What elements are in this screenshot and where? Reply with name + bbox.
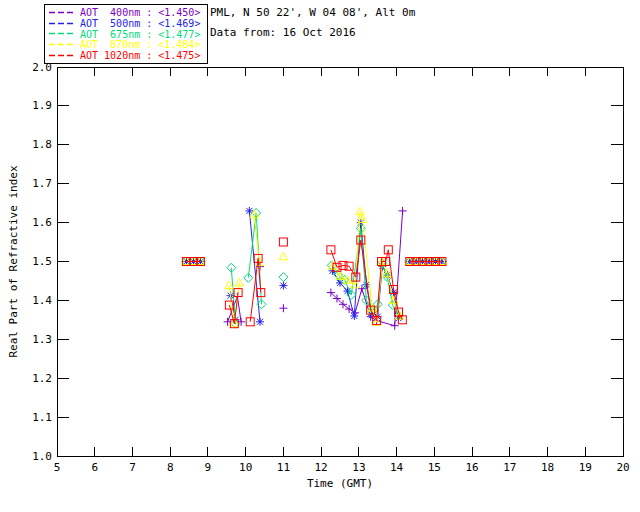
y-tick-label: 1.0 — [32, 450, 52, 463]
series-aot-400nm — [182, 207, 446, 330]
series-aot-870nm — [182, 207, 446, 327]
y-axis-title: Real Part of Refractive index — [7, 165, 20, 357]
y-tick-label: 1.6 — [32, 216, 52, 229]
y-tick-label: 1.7 — [32, 177, 52, 190]
y-tick-label: 1.4 — [32, 294, 52, 307]
x-tick-label: 19 — [579, 461, 592, 474]
series-aot-500nm — [182, 207, 446, 326]
y-tick-label: 1.5 — [32, 255, 52, 268]
series-aot-1020nm — [182, 236, 446, 328]
series-aot-675nm — [182, 208, 447, 328]
y-tick-label: 1.2 — [32, 372, 52, 385]
x-tick-label: 9 — [205, 461, 212, 474]
x-tick-label: 7 — [129, 461, 136, 474]
x-tick-label: 13 — [352, 461, 365, 474]
x-tick-label: 14 — [390, 461, 404, 474]
x-axis-title: Time (GMT) — [307, 477, 373, 490]
x-tick-label: 12 — [314, 461, 327, 474]
refractive-index-chart: 5678910111213141516171819201.01.11.21.31… — [0, 0, 640, 512]
y-tick-label: 1.9 — [32, 99, 52, 112]
y-tick-label: 1.8 — [32, 138, 52, 151]
x-tick-label: 15 — [428, 461, 441, 474]
y-tick-label: 2.0 — [32, 61, 52, 74]
y-tick-label: 1.1 — [32, 411, 52, 424]
x-tick-label: 18 — [541, 461, 554, 474]
y-tick-label: 1.3 — [32, 333, 52, 346]
x-tick-label: 20 — [616, 461, 629, 474]
x-tick-label: 10 — [239, 461, 252, 474]
x-tick-label: 5 — [54, 461, 61, 474]
x-tick-label: 16 — [465, 461, 478, 474]
x-tick-label: 6 — [91, 461, 98, 474]
refractive-index-plot-page: AOT 400nm : <1.450>AOT 500nm : <1.469>AO… — [0, 0, 640, 512]
x-tick-label: 8 — [167, 461, 174, 474]
x-tick-label: 17 — [503, 461, 516, 474]
x-tick-label: 11 — [277, 461, 290, 474]
